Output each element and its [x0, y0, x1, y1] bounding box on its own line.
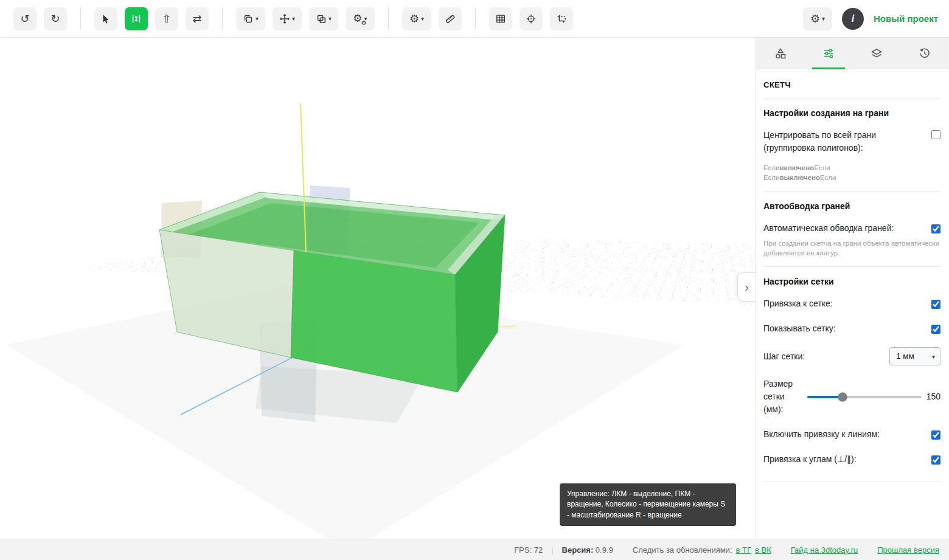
viewport-3d[interactable]: Управление: ЛКМ - выделение, ПКМ - враще… [0, 38, 756, 539]
slider-fill [807, 396, 843, 398]
slider-thumb[interactable] [838, 392, 847, 401]
operations-dropdown-button[interactable]: ⚙⚙ ▾ [346, 7, 375, 30]
move-icon [279, 13, 290, 24]
grid-step-label: Шаг сетки: [763, 350, 805, 363]
chevron-down-icon: ▾ [421, 16, 424, 22]
settings-dropdown-button[interactable]: ⚙ ▾ [402, 7, 431, 30]
toolbar-right-group: ⚙ ▾ i Новый проект [803, 7, 938, 30]
tab-primitives[interactable] [756, 38, 804, 69]
divider [763, 266, 940, 267]
chevron-down-icon: ▾ [932, 352, 935, 361]
redo-button[interactable]: ↻ [44, 7, 67, 30]
center-face-hint: ЕсливключеноЕсли ЕсливыключеноЕсли [763, 163, 940, 182]
crosshair-icon [526, 13, 537, 24]
tab-layers[interactable] [853, 38, 901, 69]
setting-row-grid-size: Размер сетки (мм): 150 [763, 378, 940, 416]
chevron-right-icon: › [745, 280, 749, 294]
status-divider: | [551, 545, 553, 555]
tab-settings[interactable] [804, 38, 852, 69]
new-project-link[interactable]: Новый проект [874, 13, 938, 24]
paste-dropdown-button[interactable]: ▾ [236, 7, 265, 30]
undo-button[interactable]: ↺ [13, 7, 36, 30]
line-snap-label: Включить привязку к линиям: [763, 428, 880, 441]
chevron-down-icon: ▾ [328, 16, 332, 22]
grid-size-slider[interactable] [807, 393, 922, 401]
center-face-label: Центрировать по всей грани (группировка … [763, 129, 917, 154]
app-settings-dropdown-button[interactable]: ⚙ ▾ [803, 7, 832, 30]
move-dropdown-button[interactable]: ▾ [273, 7, 302, 30]
toolbar-divider [475, 8, 476, 30]
gears-icon: ⚙⚙ [353, 13, 362, 24]
crop-region-button[interactable] [550, 7, 573, 30]
setting-row-show-grid: Показывать сетку: [763, 322, 940, 335]
sync-icon: ⇄ [192, 12, 201, 26]
auto-outline-label: Автоматическая обводка граней: [763, 222, 894, 235]
center-face-checkbox[interactable] [931, 130, 940, 139]
extrude-icon [131, 13, 142, 24]
guide-link[interactable]: Гайд на 3dtoday.ru [791, 545, 858, 555]
show-grid-checkbox[interactable] [931, 325, 940, 334]
extrude-tool-button[interactable] [125, 7, 148, 30]
scene-overlay [0, 38, 756, 539]
divider [763, 482, 940, 482]
ruler-icon [445, 13, 456, 24]
duplicate-dropdown-button[interactable]: ▾ [309, 7, 338, 30]
slider-track [807, 396, 922, 398]
crop-corner-icon [556, 13, 567, 24]
section-heading-outline: Автообводка граней [763, 201, 940, 211]
show-grid-label: Показывать сетку: [763, 322, 836, 335]
move-up-tool-button[interactable]: ⇧ [155, 7, 178, 30]
redo-icon: ↻ [50, 12, 60, 26]
undo-icon: ↺ [20, 12, 29, 26]
copy-icon [243, 13, 254, 24]
auto-outline-checkbox[interactable] [931, 224, 940, 233]
toolbar-divider [222, 8, 223, 30]
section-heading-grid: Настройки сетки [763, 277, 940, 286]
line-snap-checkbox[interactable] [931, 430, 940, 440]
origin-tool-button[interactable] [520, 7, 543, 30]
vk-link[interactable]: в ВК [755, 545, 771, 555]
grid-size-value: 150 [926, 390, 940, 403]
sidebar: СКЕТЧ Настройки создания на грани Центри… [756, 38, 949, 539]
tab-history[interactable] [901, 38, 949, 69]
section-heading-face: Настройки создания на грани [763, 108, 940, 118]
setting-row-grid-snap: Привязка к сетке: [763, 297, 940, 310]
setting-row-angle-snap: Привязка к углам (⊥/∥): [763, 453, 940, 466]
controls-tooltip: Управление: ЛКМ - выделение, ПКМ - враще… [560, 483, 736, 526]
shapes-icon [774, 47, 787, 60]
grid-snap-checkbox[interactable] [931, 300, 940, 309]
chevron-down-icon: ▾ [292, 16, 295, 22]
layers-icon [871, 47, 883, 60]
angle-snap-label: Привязка к углам (⊥/∥): [763, 453, 857, 466]
grid-icon [495, 13, 506, 24]
sync-tool-button[interactable]: ⇄ [186, 7, 209, 30]
measure-tool-button[interactable] [439, 7, 462, 30]
previous-version-link[interactable]: Прошлая версия [877, 545, 939, 555]
setting-row-auto-outline: Автоматическая обводка граней: [763, 222, 940, 235]
grid-step-select[interactable]: 1 мм ▾ [889, 347, 940, 365]
gear-icon: ⚙ [810, 12, 820, 26]
arrow-up-icon: ⇧ [162, 12, 171, 26]
info-button[interactable]: i [842, 8, 864, 30]
duplicate-icon [316, 13, 327, 24]
version-indicator: Версия: 0.9.9 [562, 545, 613, 555]
status-bar: FPS: 72 | Версия: 0.9.9 Следить за обнов… [0, 539, 949, 560]
toolbar-divider [80, 8, 81, 30]
cursor-icon [100, 13, 111, 24]
updates-label: Следить за обновлениями: [633, 545, 732, 555]
grid-toggle-button[interactable] [489, 7, 512, 30]
telegram-link[interactable]: в ТГ [736, 545, 752, 555]
angle-snap-checkbox[interactable] [931, 455, 940, 465]
grid-step-value: 1 мм [896, 350, 914, 362]
chevron-down-icon: ▾ [255, 16, 259, 22]
divider [763, 191, 940, 192]
gear-icon: ⚙ [409, 12, 419, 26]
sidebar-collapse-button[interactable]: › [737, 272, 756, 302]
setting-row-line-snap: Включить привязку к линиям: [763, 428, 940, 441]
panel-title: СКЕТЧ [763, 80, 940, 89]
select-tool-button[interactable] [94, 7, 117, 30]
app-window: ↺ ↻ ⇧ ⇄ ▾ ▾ ▾ ⚙⚙ ▾ ⚙ ▾ [0, 0, 949, 560]
toolbar: ↺ ↻ ⇧ ⇄ ▾ ▾ ▾ ⚙⚙ ▾ ⚙ ▾ [0, 0, 949, 38]
chevron-down-icon: ▾ [822, 16, 825, 22]
grid-snap-label: Привязка к сетке: [763, 297, 833, 310]
